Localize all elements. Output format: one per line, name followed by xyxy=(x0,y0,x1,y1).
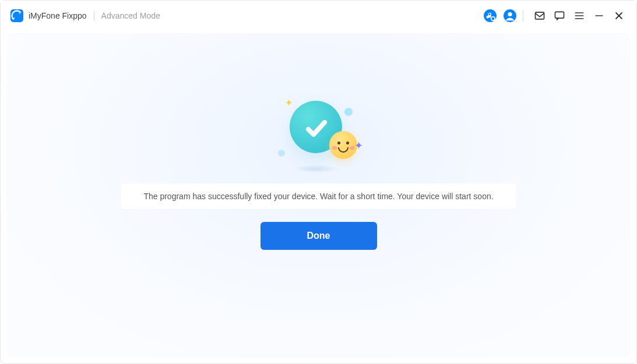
success-illustration: ✦ ✦ xyxy=(266,97,371,173)
music-search-icon[interactable] xyxy=(482,8,498,24)
mail-icon[interactable] xyxy=(532,8,548,24)
content-area: ✦ ✦ The program has successfully fixed y… xyxy=(6,33,631,358)
menu-icon[interactable] xyxy=(571,8,587,24)
decoration-dot xyxy=(278,150,285,157)
svg-rect-7 xyxy=(555,12,564,18)
account-icon[interactable] xyxy=(502,8,518,24)
app-logo-icon xyxy=(10,9,24,23)
status-message: The program has successfully fixed your … xyxy=(121,183,515,209)
illustration-shadow xyxy=(293,165,339,173)
svg-point-5 xyxy=(508,12,512,16)
app-window: iMyFone Fixppo Advanced Mode xyxy=(0,0,637,364)
done-button[interactable]: Done xyxy=(261,222,377,250)
chat-icon[interactable] xyxy=(551,8,568,24)
mode-label: Advanced Mode xyxy=(101,11,160,20)
smiley-face-icon xyxy=(329,131,357,159)
checkmark-icon xyxy=(302,115,330,143)
close-icon[interactable] xyxy=(611,8,627,24)
svg-rect-6 xyxy=(536,12,544,19)
app-title: iMyFone Fixppo xyxy=(29,11,87,20)
sparkle-icon: ✦ xyxy=(285,97,293,108)
minimize-icon[interactable] xyxy=(591,8,607,24)
titlebar-separator xyxy=(523,10,523,22)
svg-line-3 xyxy=(494,20,495,21)
decoration-dot xyxy=(344,108,353,116)
title-divider xyxy=(94,11,94,20)
sparkle-icon: ✦ xyxy=(354,139,363,152)
titlebar: iMyFone Fixppo Advanced Mode xyxy=(1,1,636,31)
